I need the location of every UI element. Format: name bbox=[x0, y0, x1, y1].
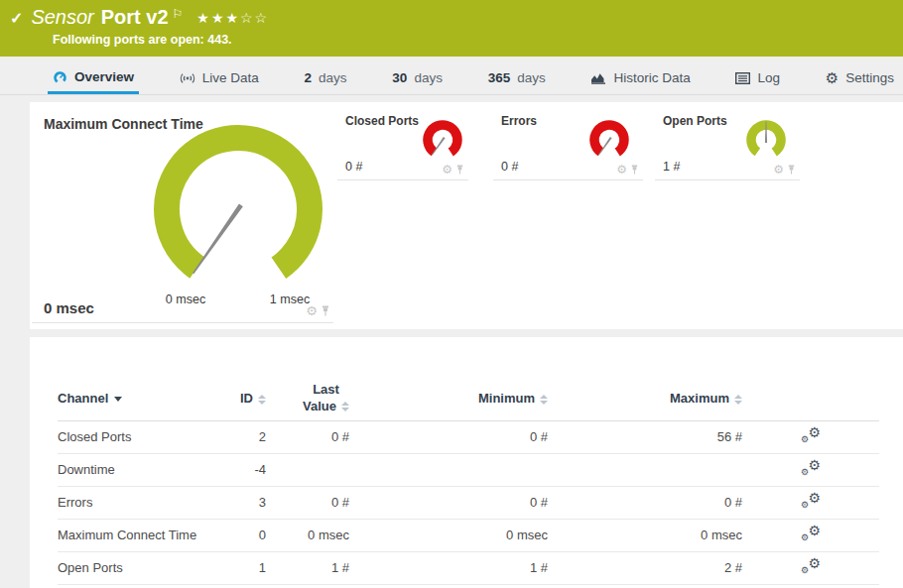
tab-historic-data[interactable]: Historic Data bbox=[585, 61, 695, 94]
tab-label: Overview bbox=[74, 69, 134, 84]
column-label: ID bbox=[240, 391, 253, 406]
channel-table-body: Closed Ports 2 0 # 0 # 56 # ⚙ ⚙ Downtime… bbox=[58, 420, 879, 584]
pin-icon[interactable] bbox=[787, 165, 796, 175]
tab-365-days[interactable]: 365 days bbox=[483, 61, 551, 94]
overview-gauges-panel: Maximum Connect Time 0 msec 1 msec 0 mse… bbox=[30, 102, 903, 329]
channel-last-value: 0 # bbox=[266, 420, 349, 453]
sensor-category-label: Sensor bbox=[31, 6, 93, 29]
channel-minimum: 0 # bbox=[349, 420, 548, 453]
channel-minimum: 1 # bbox=[349, 551, 548, 584]
column-header-actions bbox=[742, 377, 879, 420]
tab-2-days[interactable]: 2 days bbox=[300, 61, 352, 94]
tab-label: Historic Data bbox=[613, 70, 690, 85]
gauge-value: 0 msec bbox=[44, 299, 94, 316]
sensor-ok-check-icon: ✓ bbox=[10, 9, 23, 28]
sort-descending-icon bbox=[114, 397, 122, 402]
column-header-minimum[interactable]: Minimum bbox=[349, 377, 548, 420]
column-header-channel[interactable]: Channel bbox=[58, 377, 206, 420]
sort-toggle-icon bbox=[734, 395, 742, 405]
channel-name: Closed Ports bbox=[58, 420, 206, 453]
channel-settings-icon[interactable]: ⚙ ⚙ bbox=[801, 459, 821, 477]
channel-minimum: 0 # bbox=[349, 486, 548, 519]
sort-toggle-icon bbox=[540, 395, 548, 405]
column-label: Maximum bbox=[670, 391, 729, 406]
table-row: Open Ports 1 1 # 1 # 2 # ⚙ ⚙ bbox=[58, 551, 879, 584]
pin-icon[interactable] bbox=[321, 305, 330, 316]
channel-last-value bbox=[266, 453, 349, 486]
gear-icon: ⚙ bbox=[826, 70, 838, 85]
channel-id: 2 bbox=[206, 420, 266, 453]
pin-icon[interactable] bbox=[630, 165, 639, 175]
tab-label: Live Data bbox=[202, 70, 259, 85]
tab-label: Settings bbox=[845, 70, 894, 85]
gauge-cell-maximum-connect-time: Maximum Connect Time 0 msec 1 msec 0 mse… bbox=[32, 104, 333, 323]
flag-icon[interactable]: ⚐ bbox=[173, 7, 184, 21]
channel-last-value: 0 msec bbox=[266, 519, 349, 551]
gauge-settings-icon[interactable]: ⚙ bbox=[616, 164, 627, 176]
channel-name: Open Ports bbox=[58, 551, 206, 584]
column-label: Last bbox=[313, 382, 339, 397]
column-header-maximum[interactable]: Maximum bbox=[548, 377, 742, 420]
gauge-value: 0 # bbox=[501, 160, 518, 174]
tab-number: 2 bbox=[305, 70, 313, 85]
tab-bar: Overview Live Data 2 days 30 days 365 da… bbox=[0, 61, 903, 95]
channels-panel: Channel ID Last Value Minimum Maximum bbox=[30, 337, 903, 588]
tab-number: 30 bbox=[392, 70, 407, 85]
gauge-value: 0 # bbox=[345, 160, 362, 174]
tab-settings[interactable]: ⚙ Settings bbox=[821, 61, 899, 94]
sensor-banner: ✓ Sensor Port v2 ⚐ ★★★☆☆ Following ports… bbox=[0, 0, 903, 57]
channel-settings-icon[interactable]: ⚙ ⚙ bbox=[801, 426, 821, 444]
column-label: Value bbox=[303, 399, 336, 413]
pin-icon[interactable] bbox=[455, 165, 464, 175]
tab-overview[interactable]: Overview bbox=[48, 61, 139, 94]
channel-id: 1 bbox=[206, 551, 266, 584]
closed-ports-gauge bbox=[419, 116, 466, 164]
channel-maximum bbox=[548, 453, 742, 486]
tab-live-data[interactable]: Live Data bbox=[175, 61, 264, 94]
table-row: Errors 3 0 # 0 # 0 # ⚙ ⚙ bbox=[58, 486, 879, 519]
gauge-cell-closed-ports: Closed Ports 0 # ⚙ bbox=[337, 108, 468, 180]
channel-name: Downtime bbox=[58, 453, 206, 486]
open-ports-gauge bbox=[742, 116, 790, 164]
log-list-icon bbox=[735, 72, 750, 84]
gauge-title: Errors bbox=[501, 114, 537, 128]
star-rating[interactable]: ★★★☆☆ bbox=[196, 10, 269, 26]
column-header-last-value[interactable]: Last Value bbox=[266, 377, 349, 420]
tab-label: days bbox=[414, 70, 443, 85]
tab-30-days[interactable]: 30 days bbox=[387, 61, 448, 94]
channel-settings-icon[interactable]: ⚙ ⚙ bbox=[801, 557, 821, 575]
table-row: Maximum Connect Time 0 0 msec 0 msec 0 m… bbox=[58, 519, 879, 551]
channel-maximum: 0 # bbox=[548, 486, 742, 519]
channel-settings-icon[interactable]: ⚙ ⚙ bbox=[801, 525, 821, 542]
sort-toggle-icon bbox=[258, 395, 266, 405]
gauge-settings-icon[interactable]: ⚙ bbox=[442, 164, 452, 176]
tab-label: Log bbox=[757, 70, 780, 85]
channel-minimum: 0 msec bbox=[349, 519, 548, 551]
column-label: Minimum bbox=[478, 391, 535, 406]
gauge-scale-min: 0 msec bbox=[151, 293, 220, 306]
tab-label: days bbox=[319, 70, 347, 85]
channel-id: 3 bbox=[206, 486, 266, 519]
table-row: Closed Ports 2 0 # 0 # 56 # ⚙ ⚙ bbox=[58, 420, 879, 453]
channel-id: 0 bbox=[206, 519, 266, 551]
channel-maximum: 2 # bbox=[548, 551, 742, 584]
errors-gauge bbox=[585, 116, 633, 164]
tab-log[interactable]: Log bbox=[730, 61, 785, 94]
gauge-title: Open Ports bbox=[663, 114, 727, 128]
gauge-settings-icon[interactable]: ⚙ bbox=[306, 304, 318, 317]
channel-name: Errors bbox=[58, 486, 206, 519]
tab-label: days bbox=[517, 70, 546, 85]
channel-maximum: 0 msec bbox=[548, 519, 742, 551]
gauge-settings-icon[interactable]: ⚙ bbox=[773, 164, 784, 176]
column-header-id[interactable]: ID bbox=[206, 377, 266, 420]
gauge-cell-errors: Errors 0 # ⚙ bbox=[493, 108, 643, 180]
sensor-status-message: Following ports are open: 443. bbox=[53, 33, 903, 47]
area-chart-icon bbox=[590, 71, 606, 84]
live-signal-icon bbox=[180, 71, 195, 85]
gauge-needle bbox=[192, 204, 243, 276]
channel-maximum: 56 # bbox=[548, 420, 742, 453]
channel-settings-icon[interactable]: ⚙ ⚙ bbox=[801, 492, 821, 510]
channel-table: Channel ID Last Value Minimum Maximum bbox=[58, 377, 879, 585]
page-title: Port v2 bbox=[101, 6, 169, 29]
gauge-title: Closed Ports bbox=[345, 114, 419, 128]
